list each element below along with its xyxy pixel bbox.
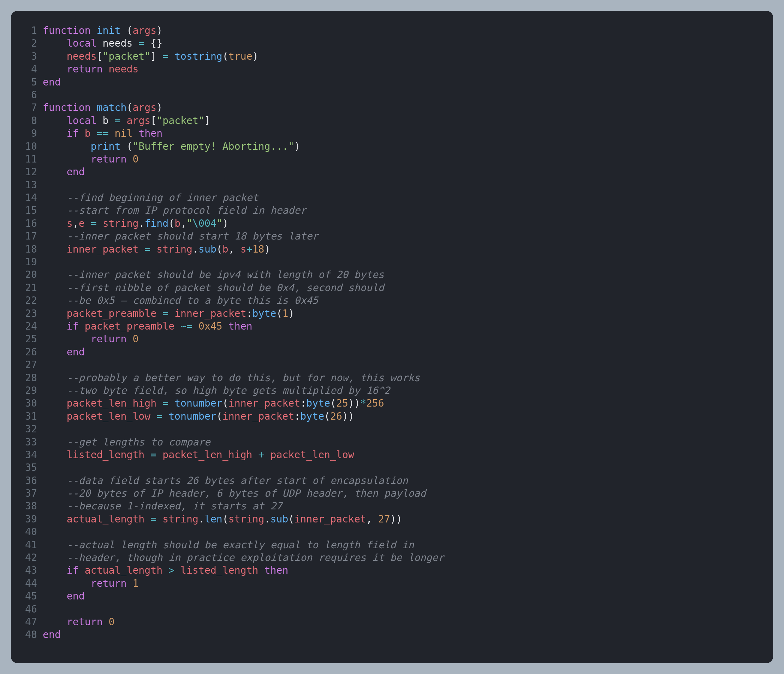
code-line: 48end <box>11 629 773 641</box>
line-number: 35 <box>11 461 43 474</box>
line-content: --20 bytes of IP header, 6 bytes of UDP … <box>43 487 773 500</box>
line-content: if b == nil then <box>43 127 773 140</box>
line-content: --inner packet should start 18 bytes lat… <box>43 230 773 243</box>
line-content: function match(args) <box>43 101 773 114</box>
line-number: 10 <box>11 140 43 153</box>
code-line: 8 local b = args["packet"] <box>11 114 773 127</box>
line-content: if actual_length > listed_length then <box>43 564 773 577</box>
line-number: 12 <box>11 166 43 178</box>
line-number: 21 <box>11 282 43 294</box>
code-line: 1function init (args) <box>11 24 773 37</box>
line-content: return 0 <box>43 333 773 346</box>
line-content: --probably a better way to do this, but … <box>43 372 773 384</box>
code-line: 6 <box>11 89 773 101</box>
line-content: local b = args["packet"] <box>43 114 773 127</box>
line-content: print ("Buffer empty! Aborting...") <box>43 140 773 153</box>
line-content: --be 0x5 — combined to a byte this is 0x… <box>43 294 773 307</box>
code-line: 39 actual_length = string.len(string.sub… <box>11 513 773 526</box>
code-editor: 1function init (args)2 local needs = {}3… <box>11 11 773 663</box>
line-content: --find beginning of inner packet <box>43 191 773 204</box>
line-content: end <box>43 629 773 641</box>
line-content: --two byte field, so high byte gets mult… <box>43 384 773 397</box>
line-number: 40 <box>11 526 43 539</box>
line-number: 3 <box>11 50 43 63</box>
line-number: 41 <box>11 539 43 551</box>
code-line: 36 --data field starts 26 bytes after st… <box>11 475 773 487</box>
line-number: 17 <box>11 230 43 243</box>
line-number: 15 <box>11 204 43 217</box>
line-content: listed_length = packet_len_high + packet… <box>43 448 773 461</box>
line-number: 19 <box>11 256 43 268</box>
line-content: end <box>43 76 773 89</box>
code-line: 33 --get lengths to compare <box>11 436 773 448</box>
code-line: 19 <box>11 256 773 268</box>
line-number: 1 <box>11 24 43 37</box>
code-line: 35 <box>11 461 773 474</box>
code-line: 13 <box>11 179 773 191</box>
line-content: --first nibble of packet should be 0x4, … <box>43 282 773 294</box>
line-content: function init (args) <box>43 24 773 37</box>
line-number: 16 <box>11 217 43 230</box>
code-line: 15 --start from IP protocol field in hea… <box>11 204 773 217</box>
code-line: 11 return 0 <box>11 153 773 166</box>
code-line: 44 return 1 <box>11 577 773 590</box>
line-number: 45 <box>11 590 43 602</box>
line-content: packet_len_high = tonumber(inner_packet:… <box>43 397 773 410</box>
code-line: 22 --be 0x5 — combined to a byte this is… <box>11 294 773 307</box>
line-content: packet_len_low = tonumber(inner_packet:b… <box>43 410 773 423</box>
code-line: 14 --find beginning of inner packet <box>11 191 773 204</box>
line-content: local needs = {} <box>43 37 773 50</box>
line-number: 37 <box>11 487 43 500</box>
code-line: 45 end <box>11 590 773 602</box>
line-number: 13 <box>11 179 43 191</box>
code-line: 24 if packet_preamble ~= 0x45 then <box>11 320 773 333</box>
line-number: 33 <box>11 436 43 448</box>
line-content: if packet_preamble ~= 0x45 then <box>43 320 773 333</box>
line-number: 11 <box>11 153 43 166</box>
line-number: 6 <box>11 89 43 101</box>
line-content: --get lengths to compare <box>43 436 773 448</box>
line-number: 18 <box>11 243 43 256</box>
line-content <box>43 526 773 539</box>
line-number: 14 <box>11 191 43 204</box>
line-content: return needs <box>43 63 773 76</box>
code-line: 16 s,e = string.find(b,"\004") <box>11 217 773 230</box>
code-block: 1function init (args)2 local needs = {}3… <box>11 24 773 641</box>
line-number: 44 <box>11 577 43 590</box>
code-line: 18 inner_packet = string.sub(b, s+18) <box>11 243 773 256</box>
line-number: 20 <box>11 268 43 281</box>
line-content: actual_length = string.len(string.sub(in… <box>43 513 773 526</box>
code-line: 17 --inner packet should start 18 bytes … <box>11 230 773 243</box>
code-line: 23 packet_preamble = inner_packet:byte(1… <box>11 307 773 320</box>
line-number: 46 <box>11 603 43 616</box>
code-line: 31 packet_len_low = tonumber(inner_packe… <box>11 410 773 423</box>
code-line: 21 --first nibble of packet should be 0x… <box>11 282 773 294</box>
code-line: 25 return 0 <box>11 333 773 346</box>
line-content: end <box>43 346 773 358</box>
code-line: 9 if b == nil then <box>11 127 773 140</box>
line-number: 2 <box>11 37 43 50</box>
line-number: 22 <box>11 294 43 307</box>
line-number: 34 <box>11 448 43 461</box>
line-number: 9 <box>11 127 43 140</box>
line-content <box>43 256 773 268</box>
code-line: 47 return 0 <box>11 616 773 629</box>
code-line: 32 <box>11 423 773 436</box>
code-line: 3 needs["packet"] = tostring(true) <box>11 50 773 63</box>
code-line: 20 --inner packet should be ipv4 with le… <box>11 268 773 281</box>
line-content: inner_packet = string.sub(b, s+18) <box>43 243 773 256</box>
code-line: 26 end <box>11 346 773 358</box>
line-content: --data field starts 26 bytes after start… <box>43 475 773 487</box>
line-content <box>43 358 773 371</box>
line-number: 30 <box>11 397 43 410</box>
line-number: 4 <box>11 63 43 76</box>
code-line: 12 end <box>11 166 773 178</box>
line-number: 8 <box>11 114 43 127</box>
line-content: needs["packet"] = tostring(true) <box>43 50 773 63</box>
line-number: 24 <box>11 320 43 333</box>
line-content: end <box>43 590 773 602</box>
line-content <box>43 89 773 101</box>
line-content: return 1 <box>43 577 773 590</box>
code-line: 42 --header, though in practice exploita… <box>11 551 773 564</box>
line-number: 28 <box>11 372 43 384</box>
